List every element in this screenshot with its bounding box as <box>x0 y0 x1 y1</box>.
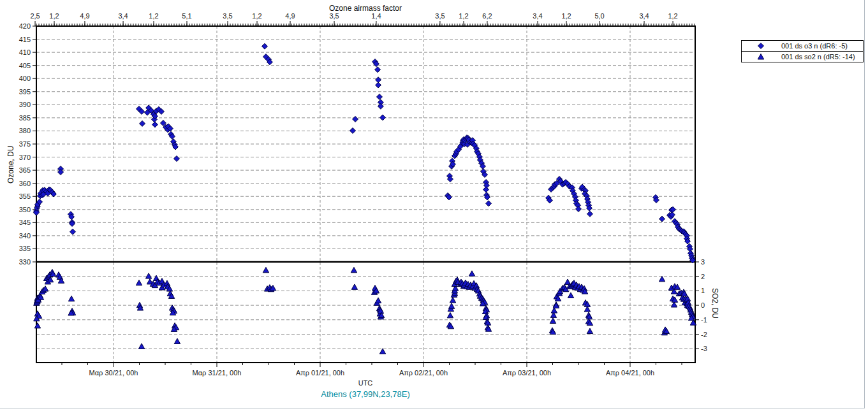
station-footer: Athens (37,99N,23,78E) <box>270 389 461 399</box>
svg-text:3,4: 3,4 <box>639 12 649 20</box>
svg-text:1: 1 <box>701 287 705 294</box>
panel-bottom-edge <box>0 408 865 408</box>
svg-text:5,0: 5,0 <box>594 12 604 20</box>
svg-text:Απρ 02/21, 00h: Απρ 02/21, 00h <box>399 369 448 377</box>
svg-text:1,2: 1,2 <box>459 12 468 20</box>
svg-text:350: 350 <box>19 206 31 213</box>
svg-text:3,4: 3,4 <box>118 12 128 20</box>
svg-text:3,5: 3,5 <box>329 12 339 20</box>
diamond-marker-icon <box>757 42 765 50</box>
svg-text:-2: -2 <box>701 331 707 338</box>
svg-text:375: 375 <box>19 140 31 148</box>
legend-label-so2: 001 ds so2 n (dR5: -14) <box>781 53 855 61</box>
left-axis-title: Ozone, DU <box>6 113 15 184</box>
svg-text:1,2: 1,2 <box>252 12 261 20</box>
svg-text:0: 0 <box>701 301 705 309</box>
svg-text:2,5: 2,5 <box>30 12 40 20</box>
svg-text:405: 405 <box>19 62 31 69</box>
svg-text:4,9: 4,9 <box>285 12 295 20</box>
svg-text:355: 355 <box>19 192 31 200</box>
svg-text:385: 385 <box>19 114 31 122</box>
svg-text:370: 370 <box>19 154 31 161</box>
svg-text:Απρ 04/21, 00h: Απρ 04/21, 00h <box>606 369 654 377</box>
x-axis-title: UTC <box>302 379 429 387</box>
svg-text:400: 400 <box>19 75 31 82</box>
svg-text:335: 335 <box>19 245 31 252</box>
svg-text:-3: -3 <box>701 345 707 352</box>
legend-label-o3: 001 ds o3 n (dR6: -5) <box>781 42 848 50</box>
svg-text:380: 380 <box>19 127 31 134</box>
svg-text:345: 345 <box>19 219 31 226</box>
svg-text:1,2: 1,2 <box>668 12 677 20</box>
svg-text:420: 420 <box>19 22 31 30</box>
svg-text:4,9: 4,9 <box>80 12 89 20</box>
svg-text:6,2: 6,2 <box>482 12 492 20</box>
svg-text:Απρ 03/21, 00h: Απρ 03/21, 00h <box>503 369 551 377</box>
top-axis-title: Ozone airmass factor <box>238 4 493 13</box>
svg-text:330: 330 <box>19 258 31 266</box>
svg-text:340: 340 <box>19 232 31 240</box>
svg-text:Μαρ 31/21, 00h: Μαρ 31/21, 00h <box>193 369 242 377</box>
svg-text:360: 360 <box>19 180 31 187</box>
svg-text:Απρ 01/21, 00h: Απρ 01/21, 00h <box>296 369 344 377</box>
svg-text:1,2: 1,2 <box>149 12 158 20</box>
legend: 001 ds o3 n (dR6: -5) 001 ds so2 n (dR5:… <box>741 40 864 62</box>
svg-text:395: 395 <box>19 88 31 96</box>
svg-text:410: 410 <box>19 48 31 56</box>
svg-text:1,2: 1,2 <box>49 12 59 20</box>
svg-text:3,5: 3,5 <box>223 12 232 20</box>
svg-text:1,4: 1,4 <box>371 12 381 20</box>
svg-text:3,4: 3,4 <box>533 12 542 20</box>
svg-text:3,5: 3,5 <box>435 12 445 20</box>
legend-item-o3[interactable]: 001 ds o3 n (dR6: -5) <box>742 41 863 51</box>
legend-item-so2[interactable]: 001 ds so2 n (dR5: -14) <box>742 51 863 62</box>
svg-text:365: 365 <box>19 166 31 174</box>
svg-text:Μαρ 30/21, 00h: Μαρ 30/21, 00h <box>89 369 138 377</box>
svg-text:5,1: 5,1 <box>182 12 191 20</box>
panel-right-edge <box>864 0 865 408</box>
right-axis-title: SO2, DU <box>710 288 719 319</box>
svg-text:390: 390 <box>19 101 31 108</box>
chart-window: 2,51,24,93,41,25,13,51,24,93,51,43,51,26… <box>0 0 868 411</box>
triangle-marker-icon <box>757 53 765 61</box>
ozone-so2-scatter-plot[interactable]: 2,51,24,93,41,25,13,51,24,93,51,43,51,26… <box>0 0 868 411</box>
svg-text:-1: -1 <box>701 316 707 324</box>
svg-text:2: 2 <box>701 273 705 280</box>
svg-text:1,2: 1,2 <box>561 12 571 20</box>
svg-text:415: 415 <box>19 36 31 43</box>
svg-text:3: 3 <box>701 258 705 266</box>
